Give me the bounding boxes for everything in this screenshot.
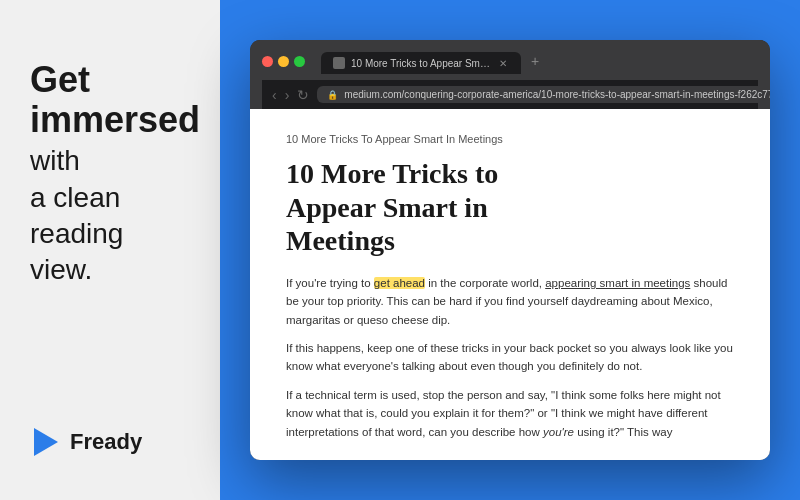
content-inner: 10 More Tricks To Appear Smart In Meetin… <box>250 109 770 460</box>
article-body: If you're trying to get ahead in the cor… <box>286 274 734 441</box>
browser-window: 10 More Tricks to Appear Sma… ✕ + ‹ › ↻ … <box>250 40 770 460</box>
browser-content: 10 More Tricks To Appear Smart In Meetin… <box>250 109 770 460</box>
browser-top-row: 10 More Tricks to Appear Sma… ✕ + <box>262 48 758 74</box>
refresh-button[interactable]: ↻ <box>297 87 309 103</box>
tab-title: 10 More Tricks to Appear Sma… <box>351 58 491 69</box>
browser-tab-active[interactable]: 10 More Tricks to Appear Sma… ✕ <box>321 52 521 74</box>
tagline: Get immersed witha cleanreadingview. <box>30 60 190 289</box>
lock-icon: 🔒 <box>327 90 338 100</box>
address-bar-row: ‹ › ↻ 🔒 medium.com/conquering-corporate-… <box>262 80 758 109</box>
back-button[interactable]: ‹ <box>272 87 277 103</box>
tab-close-icon[interactable]: ✕ <box>497 57 509 69</box>
highlight-get-ahead: get ahead <box>374 277 425 289</box>
new-tab-button[interactable]: + <box>523 48 547 74</box>
tagline-line2: immersed <box>30 100 190 140</box>
left-panel: Get immersed witha cleanreadingview. Fre… <box>0 0 220 500</box>
tagline-line1: Get <box>30 60 190 100</box>
forward-button[interactable]: › <box>285 87 290 103</box>
address-bar[interactable]: 🔒 medium.com/conquering-corporate-americ… <box>317 86 770 103</box>
traffic-light-green[interactable] <box>294 56 305 67</box>
highlight-smart-meetings: appearing smart in meetings <box>545 277 690 289</box>
article-main-title: 10 More Tricks toAppear Smart inMeetings <box>286 157 734 258</box>
article-breadcrumb: 10 More Tricks To Appear Smart In Meetin… <box>286 133 734 145</box>
article-paragraph-1: If you're trying to get ahead in the cor… <box>286 274 734 329</box>
right-panel: 10 More Tricks to Appear Sma… ✕ + ‹ › ↻ … <box>220 0 800 500</box>
tagline-rest: witha cleanreadingview. <box>30 143 190 289</box>
article-paragraph-2: If this happens, keep one of these trick… <box>286 339 734 376</box>
logo-area: Fready <box>30 424 190 460</box>
tab-favicon <box>333 57 345 69</box>
logo-text: Fready <box>70 429 142 455</box>
traffic-light-yellow[interactable] <box>278 56 289 67</box>
traffic-light-red[interactable] <box>262 56 273 67</box>
browser-chrome: 10 More Tricks to Appear Sma… ✕ + ‹ › ↻ … <box>250 40 770 109</box>
article-paragraph-3: If a technical term is used, stop the pe… <box>286 386 734 441</box>
fready-logo-icon <box>30 424 62 460</box>
tab-bar: 10 More Tricks to Appear Sma… ✕ + <box>321 48 547 74</box>
traffic-lights <box>262 56 305 67</box>
url-text: medium.com/conquering-corporate-america/… <box>344 89 770 100</box>
